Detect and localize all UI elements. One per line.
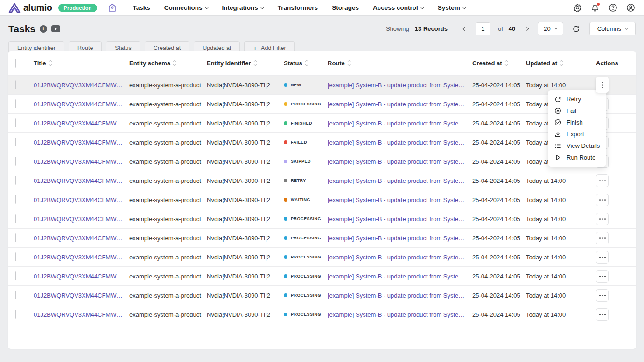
table-row[interactable]: 01J2BWQRVQV3XM44CFMWQAQ example-system-a… bbox=[8, 152, 636, 171]
row-route-link[interactable]: [example] System-B - update product from… bbox=[328, 82, 472, 89]
row-checkbox[interactable] bbox=[15, 157, 16, 166]
row-checkbox[interactable] bbox=[15, 233, 16, 242]
row-actions-button[interactable] bbox=[596, 270, 609, 283]
column-header-title[interactable]: Title bbox=[34, 60, 129, 67]
row-route-link[interactable]: [example] System-B - update product from… bbox=[328, 235, 472, 242]
alumio-logo[interactable]: alumio bbox=[8, 2, 52, 13]
row-checkbox[interactable] bbox=[15, 195, 16, 204]
info-icon[interactable]: i bbox=[40, 25, 47, 33]
sort-icons[interactable] bbox=[348, 61, 350, 66]
nav-item-system[interactable]: System bbox=[438, 4, 466, 11]
table-row[interactable]: 01J2BWQRVQV3XM44CFMWQAQ example-system-a… bbox=[8, 305, 636, 324]
column-header-updated-at[interactable]: Updated at bbox=[526, 60, 596, 67]
row-route-link[interactable]: [example] System-B - update product from… bbox=[328, 292, 472, 299]
nav-item-connections[interactable]: Connections bbox=[164, 4, 208, 11]
sort-icons[interactable] bbox=[306, 61, 308, 66]
row-route-link[interactable]: [example] System-B - update product from… bbox=[328, 120, 472, 127]
row-checkbox[interactable] bbox=[15, 214, 16, 223]
row-title[interactable]: 01J2BWQRVQV3XM44CFMWQAQ bbox=[34, 101, 129, 108]
row-checkbox[interactable] bbox=[15, 118, 16, 127]
table-row[interactable]: 01J2BWQRVQV3XM44CFMWQAQ example-system-a… bbox=[8, 76, 636, 95]
row-checkbox[interactable] bbox=[15, 99, 16, 108]
column-header-created-at[interactable]: Created at bbox=[472, 60, 526, 67]
nav-item-storages[interactable]: Storages bbox=[332, 4, 359, 11]
video-tutorial-icon[interactable] bbox=[51, 25, 60, 32]
help-icon[interactable] bbox=[608, 3, 618, 13]
profile-avatar-icon[interactable] bbox=[625, 3, 636, 13]
table-row[interactable]: 01J2BWQRVQV3XM44CFMWQAQ example-system-a… bbox=[8, 248, 636, 267]
refresh-button[interactable] bbox=[570, 22, 583, 35]
environment-badge[interactable]: Production bbox=[58, 4, 97, 12]
table-row[interactable]: 01J2BWQRVQV3XM44CFMWQAQ example-system-a… bbox=[8, 133, 636, 152]
table-row[interactable]: 01J2BWQRVQV3XM44CFMWQAQ example-system-a… bbox=[8, 95, 636, 114]
environment-home-icon[interactable] bbox=[107, 2, 117, 13]
row-route-link[interactable]: [example] System-B - update product from… bbox=[328, 101, 472, 108]
row-actions-button[interactable] bbox=[596, 232, 609, 244]
row-route-link[interactable]: [example] System-B - update product from… bbox=[328, 139, 472, 146]
row-route-link[interactable]: [example] System-B - update product from… bbox=[328, 158, 472, 165]
page-size-select[interactable]: 20 bbox=[538, 22, 563, 35]
sort-icons[interactable] bbox=[505, 61, 508, 66]
row-checkbox[interactable] bbox=[15, 272, 16, 280]
menu-item-view-details[interactable]: View Details bbox=[548, 140, 606, 152]
menu-item-run-route[interactable]: Run Route bbox=[548, 152, 606, 163]
table-row[interactable]: 01J2BWQRVQV3XM44CFMWQAQ example-system-a… bbox=[8, 286, 636, 305]
row-title[interactable]: 01J2BWQRVQV3XM44CFMWQAQ bbox=[34, 216, 129, 223]
notifications-bell-icon[interactable] bbox=[590, 3, 600, 13]
sort-icons[interactable] bbox=[254, 61, 257, 66]
table-row[interactable]: 01J2BWQRVQV3XM44CFMWQAQ example-system-a… bbox=[8, 190, 636, 209]
table-row[interactable]: 01J2BWQRVQV3XM44CFMWQAQ example-system-a… bbox=[8, 171, 636, 190]
settings-gear-icon[interactable] bbox=[572, 3, 582, 13]
row-title[interactable]: 01J2BWQRVQV3XM44CFMWQAQ bbox=[34, 196, 129, 203]
sort-icons[interactable] bbox=[560, 61, 563, 66]
row-checkbox[interactable] bbox=[15, 176, 16, 185]
menu-item-finish[interactable]: Finish bbox=[548, 117, 606, 128]
row-title[interactable]: 01J2BWQRVQV3XM44CFMWQAQ bbox=[34, 82, 129, 89]
nav-item-access-control[interactable]: Access control bbox=[373, 4, 424, 11]
table-row[interactable]: 01J2BWQRVQV3XM44CFMWQAQ example-system-a… bbox=[8, 267, 636, 286]
column-header-entity-identifier[interactable]: Entity identifier bbox=[207, 60, 284, 67]
row-title[interactable]: 01J2BWQRVQV3XM44CFMWQAQ bbox=[34, 177, 129, 184]
row-actions-button[interactable] bbox=[596, 194, 609, 206]
row-title[interactable]: 01J2BWQRVQV3XM44CFMWQAQ bbox=[34, 120, 129, 127]
row-title[interactable]: 01J2BWQRVQV3XM44CFMWQAQ bbox=[34, 158, 129, 165]
previous-page-button[interactable] bbox=[459, 23, 471, 35]
column-header-route[interactable]: Route bbox=[328, 60, 472, 67]
row-title[interactable]: 01J2BWQRVQV3XM44CFMWQAQ bbox=[34, 273, 129, 280]
row-checkbox[interactable] bbox=[15, 252, 16, 261]
row-route-link[interactable]: [example] System-B - update product from… bbox=[328, 311, 472, 318]
sort-icons[interactable] bbox=[49, 61, 52, 66]
menu-item-retry[interactable]: Retry bbox=[548, 93, 606, 105]
row-route-link[interactable]: [example] System-B - update product from… bbox=[328, 177, 472, 184]
page-number-input[interactable] bbox=[476, 22, 490, 35]
row-actions-button-open[interactable] bbox=[596, 77, 609, 93]
table-row[interactable]: 01J2BWQRVQV3XM44CFMWQAQ example-system-a… bbox=[8, 209, 636, 229]
columns-button[interactable]: Columns bbox=[589, 22, 636, 35]
row-title[interactable]: 01J2BWQRVQV3XM44CFMWQAQ bbox=[34, 235, 129, 242]
next-page-button[interactable] bbox=[521, 23, 533, 35]
nav-item-transformers[interactable]: Transformers bbox=[278, 4, 318, 11]
row-route-link[interactable]: [example] System-B - update product from… bbox=[328, 254, 472, 261]
table-row[interactable]: 01J2BWQRVQV3XM44CFMWQAQ example-system-a… bbox=[8, 114, 636, 133]
table-row[interactable]: 01J2BWQRVQV3XM44CFMWQAQ example-system-a… bbox=[8, 229, 636, 248]
nav-item-integrations[interactable]: Integrations bbox=[222, 4, 264, 11]
row-route-link[interactable]: [example] System-B - update product from… bbox=[328, 216, 472, 223]
row-route-link[interactable]: [example] System-B - update product from… bbox=[328, 196, 472, 203]
row-actions-button[interactable] bbox=[596, 251, 609, 264]
select-all-checkbox[interactable] bbox=[15, 59, 16, 68]
row-title[interactable]: 01J2BWQRVQV3XM44CFMWQAQ bbox=[34, 292, 129, 299]
row-checkbox[interactable] bbox=[15, 138, 16, 146]
row-title[interactable]: 01J2BWQRVQV3XM44CFMWQAQ bbox=[34, 254, 129, 261]
sort-icons[interactable] bbox=[174, 61, 176, 66]
row-actions-button[interactable] bbox=[596, 289, 609, 302]
row-checkbox[interactable] bbox=[15, 80, 16, 89]
row-title[interactable]: 01J2BWQRVQV3XM44CFMWQAQ bbox=[34, 311, 129, 318]
row-route-link[interactable]: [example] System-B - update product from… bbox=[328, 273, 472, 280]
nav-item-tasks[interactable]: Tasks bbox=[133, 4, 150, 11]
menu-item-export[interactable]: Export bbox=[548, 128, 606, 140]
row-actions-button[interactable] bbox=[596, 174, 609, 187]
column-header-status[interactable]: Status bbox=[284, 60, 328, 67]
row-title[interactable]: 01J2BWQRVQV3XM44CFMWQAQ bbox=[34, 139, 129, 146]
column-header-entity-schema[interactable]: Entity schema bbox=[129, 60, 207, 67]
row-actions-button[interactable] bbox=[596, 213, 609, 225]
